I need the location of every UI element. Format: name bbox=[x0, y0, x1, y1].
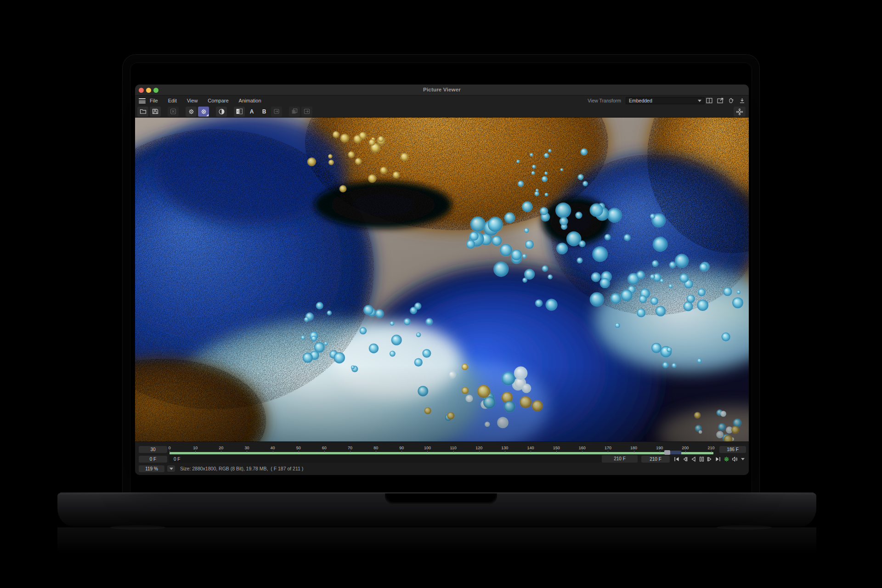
image-info-status: Size: 2880x1800, RGB (8 Bit), 19.78 MB, … bbox=[180, 466, 303, 471]
effects-gear-button[interactable] bbox=[198, 107, 209, 117]
stop-render-button bbox=[168, 107, 179, 117]
ruler-tick-line bbox=[247, 451, 247, 452]
menu-item-compare[interactable]: Compare bbox=[208, 98, 228, 103]
menu-item-animation[interactable]: Animation bbox=[239, 98, 261, 103]
picture-viewer-window: Picture Viewer FileEditViewCompareAnimat… bbox=[135, 85, 749, 475]
download-image-icon[interactable] bbox=[738, 97, 746, 104]
compare-images-button[interactable] bbox=[234, 107, 245, 117]
ruler-tick-line bbox=[660, 451, 660, 452]
copy-image-button bbox=[289, 107, 300, 117]
title-bar[interactable]: Picture Viewer bbox=[135, 85, 749, 96]
preview-range-track[interactable]: 0 F 210 F bbox=[169, 455, 638, 463]
split-view-icon[interactable] bbox=[705, 97, 713, 104]
ruler-tick-label: 160 bbox=[579, 446, 586, 450]
pan-hand-icon[interactable] bbox=[727, 97, 735, 104]
timeline-panel: 30 0 F 119 % 010203040506070809010011012… bbox=[135, 441, 749, 475]
open-folder-button[interactable] bbox=[137, 107, 148, 117]
ruler-tick-line bbox=[299, 451, 299, 452]
ruler-tick-label: 10 bbox=[193, 446, 198, 450]
range-end-label[interactable]: 210 F bbox=[602, 455, 638, 463]
playhead-frame-field[interactable]: 186 F bbox=[719, 446, 746, 453]
laptop-reflection bbox=[57, 527, 816, 560]
zoom-level-field[interactable]: 119 % bbox=[139, 465, 164, 472]
transport-controls bbox=[673, 455, 746, 463]
audio-button[interactable] bbox=[731, 456, 738, 462]
playhead-range bbox=[670, 451, 681, 454]
view-transform-label: View Transform bbox=[588, 98, 621, 103]
menu-item-view[interactable]: View bbox=[187, 98, 198, 103]
swap-ab-button bbox=[271, 107, 282, 117]
ruler-tick-label: 60 bbox=[322, 446, 327, 450]
pause-button[interactable] bbox=[698, 456, 705, 462]
ruler-tick-label: 70 bbox=[348, 446, 352, 450]
ruler-tick-line bbox=[195, 451, 196, 452]
ruler-tick-line bbox=[479, 451, 480, 452]
hamburger-menu-icon[interactable] bbox=[139, 98, 146, 103]
ruler-tick-line bbox=[531, 451, 531, 452]
ruler-tick-line bbox=[582, 451, 582, 452]
cache-bar bbox=[170, 452, 713, 454]
ruler-tick-label: 50 bbox=[296, 446, 301, 450]
contrast-filter-button[interactable] bbox=[216, 107, 227, 117]
ruler-tick-line bbox=[324, 451, 325, 452]
ruler-tick-line bbox=[608, 451, 608, 452]
set-b-button[interactable]: B bbox=[259, 107, 270, 117]
ruler-tick-line bbox=[273, 451, 273, 452]
ruler-tick-line bbox=[453, 451, 454, 452]
viewer-layout-icons bbox=[705, 97, 746, 104]
play-backward-button[interactable] bbox=[690, 456, 696, 462]
ruler-tick-label: 130 bbox=[501, 446, 508, 450]
node-material-button[interactable] bbox=[734, 107, 746, 117]
ruler-tick-line bbox=[401, 451, 402, 452]
skip-to-end-button[interactable] bbox=[715, 456, 721, 462]
ruler-tick-line bbox=[685, 451, 686, 452]
save-button[interactable] bbox=[150, 107, 161, 117]
menu-item-edit[interactable]: Edit bbox=[168, 98, 177, 103]
ruler-tick-line bbox=[221, 451, 221, 452]
ruler-tick-line bbox=[505, 451, 505, 452]
ruler-tick-line bbox=[556, 451, 557, 452]
skip-to-start-button[interactable] bbox=[673, 456, 680, 462]
ruler-tick-label: 210 bbox=[707, 446, 714, 450]
ruler-tick-label: 120 bbox=[475, 446, 482, 450]
ruler-tick-label: 150 bbox=[553, 446, 560, 450]
ruler-tick-label: 170 bbox=[605, 446, 611, 450]
view-transform-dropdown[interactable]: Embedded bbox=[626, 97, 705, 104]
menu-item-file[interactable]: File bbox=[150, 98, 158, 103]
ruler-tick-label: 100 bbox=[424, 446, 431, 450]
render-image bbox=[135, 118, 749, 441]
ruler-tick-line bbox=[376, 451, 376, 452]
chevron-down-icon bbox=[698, 100, 701, 102]
more-options-chevron-button[interactable] bbox=[740, 456, 746, 462]
ruler-tick-label: 40 bbox=[271, 446, 275, 450]
set-a-button[interactable]: A bbox=[246, 107, 257, 117]
start-frame-field[interactable]: 0 F bbox=[139, 456, 167, 463]
open-external-window-icon[interactable] bbox=[716, 97, 724, 104]
window-title: Picture Viewer bbox=[135, 87, 749, 92]
ruler-tick-label: 180 bbox=[630, 446, 637, 450]
playhead-handle[interactable] bbox=[664, 450, 670, 455]
step-backward-button[interactable] bbox=[682, 456, 688, 462]
ruler-tick-label: 30 bbox=[244, 446, 249, 450]
ruler-tick-line bbox=[711, 451, 712, 452]
toolbar: A B bbox=[135, 106, 749, 118]
ruler-tick-label: 200 bbox=[682, 446, 689, 450]
ruler-tick-line bbox=[427, 451, 428, 452]
ruler-tick-label: 0 bbox=[168, 446, 170, 450]
fps-field[interactable]: 30 bbox=[139, 446, 167, 453]
zoom-dropdown-button[interactable] bbox=[167, 465, 175, 472]
end-frame-field[interactable]: 210 F bbox=[641, 456, 670, 463]
step-forward-button[interactable] bbox=[707, 456, 713, 462]
ruler-tick-label: 140 bbox=[527, 446, 534, 450]
ruler-tick-line bbox=[350, 451, 351, 452]
ruler-tick-label: 80 bbox=[373, 446, 378, 450]
render-settings-gear-button[interactable] bbox=[186, 107, 197, 117]
ruler-tick-line bbox=[170, 451, 170, 452]
render-settings-green-gear-button[interactable] bbox=[723, 456, 729, 462]
view-transform-value: Embedded bbox=[629, 98, 698, 103]
export-image-button bbox=[301, 107, 312, 117]
frame-ruler[interactable]: 0102030405060708090100110120130140150160… bbox=[169, 446, 718, 455]
menu-bar: FileEditViewCompareAnimation View Transf… bbox=[135, 96, 749, 106]
ruler-tick-label: 90 bbox=[399, 446, 404, 450]
range-start-label: 0 F bbox=[174, 457, 602, 462]
